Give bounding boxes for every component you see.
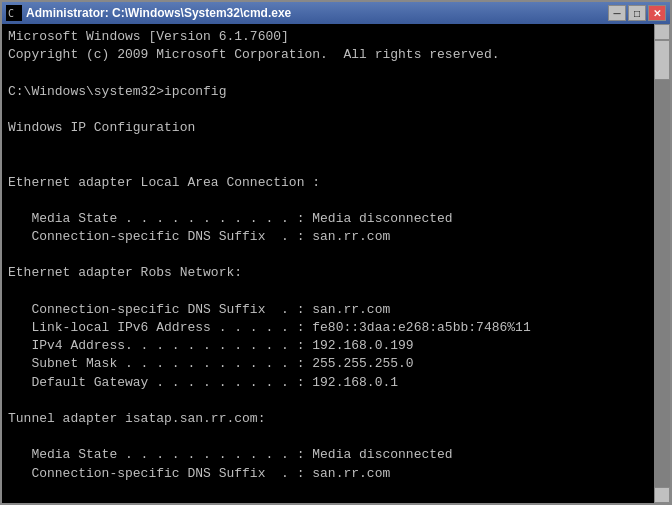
cmd-icon: C bbox=[6, 5, 22, 21]
maximize-button[interactable]: □ bbox=[628, 5, 646, 21]
scroll-thumb[interactable] bbox=[654, 40, 670, 80]
svg-text:C: C bbox=[8, 8, 14, 19]
window-controls: ─ □ ✕ bbox=[608, 5, 666, 21]
scroll-down-button[interactable]: ▼ bbox=[654, 487, 670, 503]
title-bar-left: C Administrator: C:\Windows\System32\cmd… bbox=[6, 5, 291, 21]
scroll-track[interactable] bbox=[654, 40, 670, 487]
title-bar: C Administrator: C:\Windows\System32\cmd… bbox=[2, 2, 670, 24]
close-button[interactable]: ✕ bbox=[648, 5, 666, 21]
cmd-window: C Administrator: C:\Windows\System32\cmd… bbox=[0, 0, 672, 505]
scroll-up-button[interactable]: ▲ bbox=[654, 24, 670, 40]
window-title: Administrator: C:\Windows\System32\cmd.e… bbox=[26, 6, 291, 20]
console-area[interactable]: Microsoft Windows [Version 6.1.7600] Cop… bbox=[2, 24, 670, 503]
scrollbar[interactable]: ▲ ▼ bbox=[654, 24, 670, 503]
console-output: Microsoft Windows [Version 6.1.7600] Cop… bbox=[8, 28, 664, 503]
minimize-button[interactable]: ─ bbox=[608, 5, 626, 21]
